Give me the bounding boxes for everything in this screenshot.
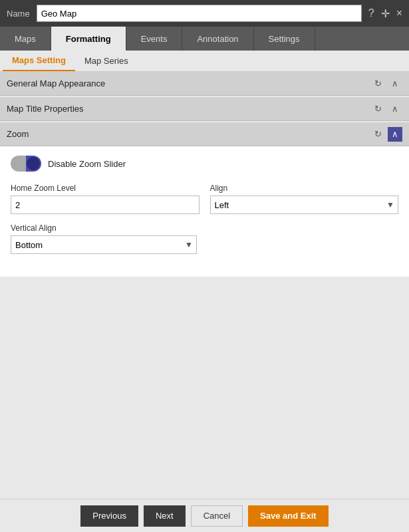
tab-annotation[interactable]: Annotation: [182, 27, 253, 51]
move-icon[interactable]: ✛: [381, 7, 390, 20]
tabs-bar: Maps Formatting Events Annotation Settin…: [0, 27, 409, 51]
accordion-header-zoom[interactable]: Zoom: [0, 122, 409, 146]
zoom-expanded-content: Disable Zoom Slider Home Zoom Level Alig…: [0, 146, 409, 277]
vertical-align-label: Vertical Align: [11, 223, 197, 233]
align-select[interactable]: Left Center Right: [210, 196, 399, 214]
general-expand-icon[interactable]: [388, 76, 402, 91]
align-label: Align: [210, 184, 399, 193]
sub-tab-maps-setting[interactable]: Maps Setting: [3, 51, 75, 71]
help-icon[interactable]: ?: [368, 7, 374, 19]
tab-formatting[interactable]: Formatting: [51, 27, 126, 51]
accordion-header-general[interactable]: General Map Appearance: [0, 72, 409, 96]
zoom-form-row-1: Home Zoom Level Align Left Center Right …: [11, 184, 398, 214]
vertical-align-select-wrapper: Top Middle Bottom ▼: [11, 235, 197, 254]
sub-tabs-bar: Maps Setting Map Series: [0, 51, 409, 72]
header-icons: ? ✛ ×: [368, 7, 402, 20]
disable-zoom-slider-label: Disable Zoom Slider: [48, 159, 126, 169]
map-title-properties-title: Map Title Properties: [7, 104, 84, 114]
zoom-title: Zoom: [7, 129, 29, 139]
tab-settings[interactable]: Settings: [254, 27, 315, 51]
name-label: Name: [7, 9, 30, 19]
main-content: General Map Appearance Map Title Propert…: [0, 72, 409, 277]
cancel-button[interactable]: Cancel: [191, 505, 243, 527]
toggle-row: Disable Zoom Slider: [11, 156, 398, 172]
footer: Previous Next Cancel Save and Exit: [0, 499, 409, 532]
map-title-header-icons: [370, 102, 402, 116]
header: Name ? ✛ ×: [0, 0, 409, 27]
accordion-general-map-appearance: General Map Appearance: [0, 72, 409, 96]
vertical-align-select[interactable]: Top Middle Bottom: [11, 235, 197, 254]
align-group: Align Left Center Right ▼: [210, 184, 399, 214]
tab-events[interactable]: Events: [126, 27, 183, 51]
accordion-map-title-properties: Map Title Properties: [0, 97, 409, 121]
close-icon[interactable]: ×: [396, 7, 402, 19]
home-zoom-input[interactable]: [11, 196, 200, 214]
next-button[interactable]: Next: [144, 505, 186, 527]
disable-zoom-slider-toggle[interactable]: [11, 156, 41, 172]
align-select-wrapper: Left Center Right ▼: [210, 196, 399, 214]
zoom-header-icons: [370, 127, 402, 142]
name-input[interactable]: [37, 5, 362, 22]
accordion-header-map-title[interactable]: Map Title Properties: [0, 97, 409, 121]
accordion-zoom: Zoom Disable Zoom Slider Home Zoom Level: [0, 122, 409, 277]
tab-maps[interactable]: Maps: [0, 27, 51, 51]
home-zoom-group: Home Zoom Level: [11, 184, 200, 214]
zoom-expand-icon[interactable]: [388, 127, 402, 142]
sub-tab-map-series[interactable]: Map Series: [75, 51, 138, 71]
previous-button[interactable]: Previous: [80, 505, 138, 527]
general-header-icons: [370, 76, 402, 91]
general-refresh-icon[interactable]: [370, 76, 385, 91]
map-title-expand-icon[interactable]: [388, 102, 402, 116]
toggle-knob: [27, 157, 40, 170]
save-exit-button[interactable]: Save and Exit: [248, 505, 329, 527]
zoom-form-row-2: Vertical Align Top Middle Bottom ▼: [11, 223, 398, 254]
map-title-refresh-icon[interactable]: [370, 102, 385, 116]
home-zoom-label: Home Zoom Level: [11, 184, 200, 193]
general-map-appearance-title: General Map Appearance: [7, 78, 105, 88]
vertical-align-group: Vertical Align Top Middle Bottom ▼: [11, 223, 197, 254]
zoom-refresh-icon[interactable]: [370, 127, 385, 142]
